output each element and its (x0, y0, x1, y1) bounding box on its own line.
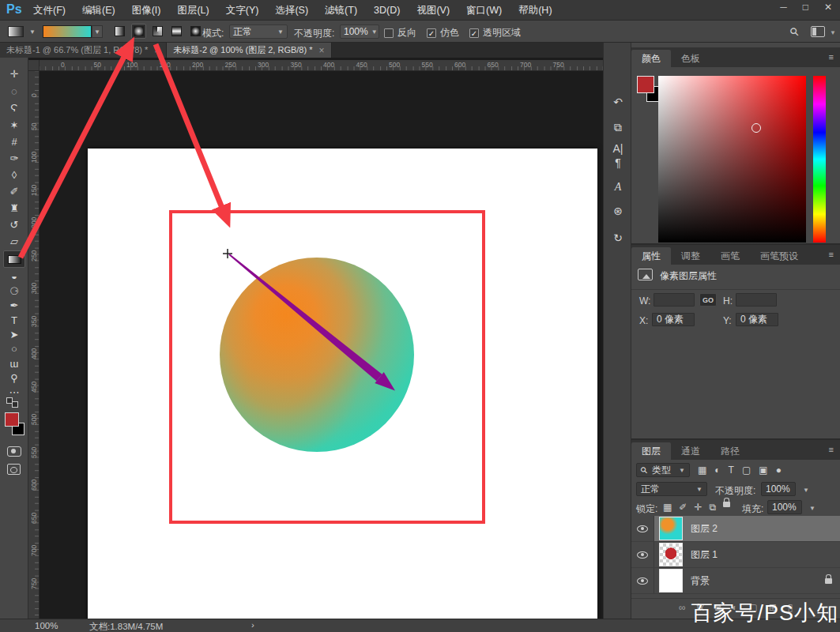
quick-selection-tool[interactable]: ✶ (0, 118, 28, 134)
lock-position-icon[interactable]: ✛ (694, 502, 702, 513)
radial-gradient-button[interactable] (131, 24, 146, 39)
lock-all-icon[interactable] (723, 502, 730, 507)
document-canvas[interactable] (88, 149, 597, 632)
filter-type-layers-icon[interactable]: T (729, 465, 734, 476)
default-colors-toggle-icon[interactable] (6, 397, 22, 410)
x-field[interactable]: 0 像素 (652, 313, 695, 326)
menu-item-9[interactable]: 视图(V) (416, 4, 450, 17)
clone-source-panel-icon[interactable]: ⊛ (608, 201, 628, 221)
gradient-preview[interactable] (43, 25, 92, 38)
close-tab-icon[interactable]: × (154, 45, 160, 56)
brush-tool[interactable]: ✐ (0, 184, 28, 200)
color-tab-色板[interactable]: 色板 (671, 50, 710, 67)
properties-tab-画笔[interactable]: 画笔 (710, 247, 750, 265)
canvas-pasteboard[interactable] (28, 58, 603, 619)
eyedropper-tool[interactable]: ✑ (0, 151, 28, 167)
foreground-color-chip[interactable] (637, 76, 654, 93)
panel-menu-icon[interactable]: ≡ (829, 250, 834, 259)
document-tab-2[interactable]: 未标题-2 @ 100% (图层 2, RGB/8) *× (167, 43, 331, 58)
layer-visibility-cell[interactable] (631, 542, 654, 567)
zoom-tool[interactable]: ⚲ (0, 371, 28, 386)
foreground-color-swatch[interactable] (5, 412, 19, 427)
menu-item-11[interactable]: 帮助(H) (518, 4, 552, 17)
history-panel-icon[interactable]: ↶ (608, 92, 628, 112)
layer-row-背景[interactable]: 背景 (631, 568, 840, 594)
menu-item-6[interactable]: 选择(S) (275, 4, 308, 17)
menu-item-7[interactable]: 滤镜(T) (325, 4, 357, 17)
opacity-select[interactable]: 100%▼ (340, 24, 379, 39)
layer-row-body[interactable]: 图层 1 (654, 542, 840, 567)
reflected-gradient-button[interactable] (169, 24, 184, 39)
layers-bottom-icon[interactable]: ∞ (679, 602, 686, 613)
menu-item-2[interactable]: 编辑(E) (82, 4, 115, 17)
maximize-button[interactable]: □ (803, 2, 808, 13)
properties-tab-调整[interactable]: 调整 (671, 247, 710, 265)
workspace-switcher-icon[interactable] (811, 26, 825, 37)
menu-item-4[interactable]: 图层(L) (177, 4, 209, 17)
y-field[interactable]: 0 像素 (736, 313, 778, 326)
zoom-level-field[interactable]: 100% (35, 621, 58, 630)
filter-smart-objects-icon[interactable]: ▣ (759, 465, 767, 476)
close-tab-icon[interactable]: × (319, 45, 325, 56)
color-cursor-ring[interactable] (751, 123, 761, 133)
menu-item-5[interactable]: 文字(Y) (226, 4, 259, 17)
menu-item-10[interactable]: 窗口(W) (466, 4, 502, 17)
blur-tool[interactable]: ◒ (0, 269, 28, 284)
layer-filter-type-select[interactable]: ⚲ 类型 ▼ (636, 463, 690, 477)
color-tab-颜色[interactable]: 颜色 (631, 50, 671, 67)
layer-blend-mode-select[interactable]: 正常 ▼ (636, 482, 707, 496)
clone-stamp-tool[interactable]: ♜ (0, 201, 28, 216)
pen-tool[interactable]: ✒ (0, 298, 28, 314)
layer-thumbnail[interactable] (659, 517, 683, 540)
visibility-eye-icon[interactable] (637, 551, 648, 559)
layer-visibility-cell[interactable] (631, 516, 654, 541)
gradient-picker-chevron[interactable]: ▼ (92, 25, 103, 38)
search-icon[interactable]: ⚲ (787, 24, 802, 40)
ellipse-shape-tool[interactable]: ○ (0, 341, 28, 357)
diamond-gradient-button[interactable] (188, 24, 203, 39)
crop-tool[interactable]: # (0, 134, 28, 150)
panel-menu-icon[interactable]: ≡ (829, 52, 834, 62)
layers-tab-通道[interactable]: 通道 (671, 442, 710, 460)
height-field[interactable] (736, 293, 777, 307)
properties-tab-画笔预设[interactable]: 画笔预设 (750, 247, 808, 265)
ruler-origin-corner[interactable] (28, 60, 40, 71)
move-tool[interactable]: ✛ (0, 66, 28, 82)
layer-row-图层 1[interactable]: 图层 1 (631, 542, 840, 568)
layers-tab-图层[interactable]: 图层 (631, 442, 671, 460)
color-saturation-field[interactable] (658, 76, 806, 243)
layers-tab-路径[interactable]: 路径 (710, 442, 750, 460)
dodge-tool[interactable]: ⚆ (0, 284, 28, 299)
close-button[interactable]: ✕ (824, 2, 832, 13)
chevron-down-icon[interactable]: ▼ (803, 487, 809, 494)
quick-mask-button[interactable] (7, 446, 21, 457)
linear-gradient-button[interactable] (112, 24, 127, 39)
history-brush-tool[interactable]: ↺ (0, 217, 28, 233)
timeline-panel-icon[interactable]: ↻ (608, 228, 628, 248)
vertical-ruler[interactable]: 0501001502002503003504004505005506006507… (28, 71, 40, 619)
lock-artboard-icon[interactable]: ⧉ (709, 502, 716, 513)
width-field[interactable] (654, 293, 695, 307)
layer-fill-select[interactable]: 100% (767, 500, 802, 514)
layer-row-图层 2[interactable]: 图层 2 (631, 516, 840, 542)
layer-thumbnail[interactable] (659, 543, 683, 566)
angle-gradient-button[interactable] (150, 24, 165, 39)
eraser-tool[interactable]: ▱ (0, 234, 28, 250)
menu-item-8[interactable]: 3D(D) (374, 5, 400, 16)
path-selection-tool[interactable]: ➤ (0, 327, 28, 343)
tool-preset-picker[interactable]: ▼ (8, 24, 38, 39)
layer-thumbnail[interactable] (659, 569, 683, 592)
checkbox-box[interactable] (384, 28, 394, 38)
horizontal-ruler[interactable]: 0501001502002503003504004505005506006507… (40, 60, 603, 71)
panel-menu-icon[interactable]: ≡ (829, 445, 834, 454)
hand-tool[interactable]: ɯ (0, 356, 28, 372)
layer-row-body[interactable]: 背景 (654, 568, 840, 593)
glyphs-panel-icon[interactable]: A (608, 177, 628, 198)
checkbox-box[interactable]: ✓ (427, 28, 436, 38)
filter-adjustment-layers-icon[interactable]: ◐ (714, 465, 720, 476)
lock-transparent-pixels-icon[interactable]: ▦ (663, 502, 672, 513)
lasso-tool[interactable]: Ϛ (0, 100, 28, 116)
menu-item-3[interactable]: 图像(I) (132, 4, 161, 17)
document-tab-1[interactable]: 未标题-1 @ 66.7% (图层 1, RGB/8) *× (0, 43, 167, 58)
paragraph-panel-icon[interactable]: ¶ (608, 152, 628, 173)
